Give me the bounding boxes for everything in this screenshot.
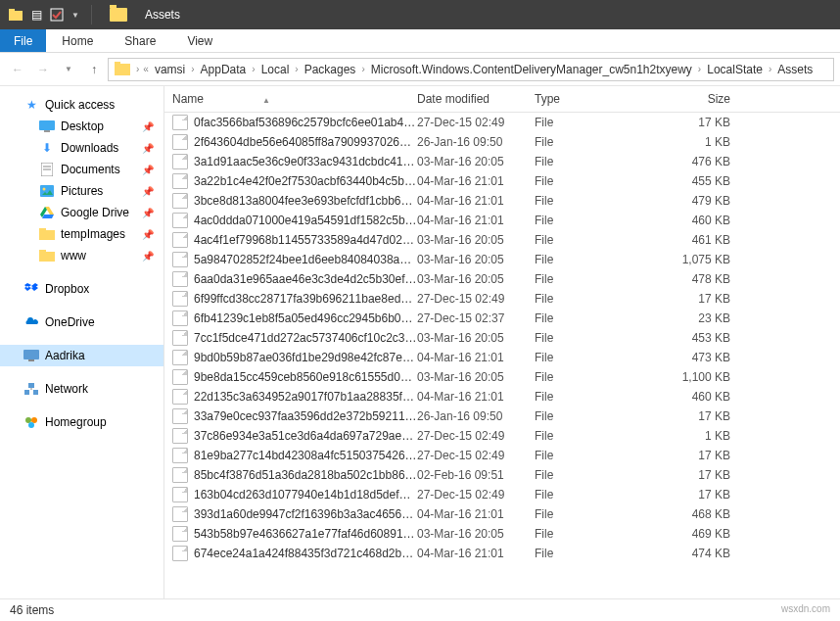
sidebar-documents[interactable]: Documents📌 (0, 159, 163, 180)
table-row[interactable]: 4ac0ddda071000e419a54591df1582c5b25...04… (164, 211, 840, 230)
table-row[interactable]: 3a1d91aac5e36c9e0f33ac9431dcbdc41c1...03… (164, 152, 840, 171)
chevron-icon[interactable]: › (293, 64, 300, 74)
file-name: 543b58b97e4636627a1e77faf46d60891e35... (194, 527, 417, 541)
tab-home[interactable]: Home (46, 29, 109, 52)
table-row[interactable]: 37c86e934e3a51ce3d6a4da697a729ae4de...27… (164, 426, 840, 446)
chevron-icon[interactable]: › (767, 64, 773, 74)
table-row[interactable]: 9be8da15cc459ceb8560e918c61555d0291...03… (164, 367, 840, 387)
qat-properties-icon[interactable]: ▤ (31, 8, 42, 22)
file-name: 22d135c3a634952a9017f07b1aa28835fc6b... (194, 390, 417, 404)
table-row[interactable]: 6f99ffcd38cc28717fa39b696211bae8ed6c...2… (164, 289, 840, 309)
svg-point-9 (43, 188, 46, 191)
sidebar-pictures[interactable]: Pictures📌 (0, 180, 163, 202)
sidebar-desktop[interactable]: Desktop📌 (0, 116, 163, 137)
table-row[interactable]: 393d1a60de9947cf2f16396b3a3ac4656986...0… (164, 504, 840, 524)
forward-button[interactable]: → (31, 58, 55, 81)
back-button[interactable]: ← (6, 58, 29, 81)
breadcrumb[interactable]: vamsi (151, 63, 189, 76)
table-row[interactable]: 3a22b1c4e42f0e2f7530acbf63440b4c5b97...0… (164, 171, 840, 191)
table-row[interactable]: 22d135c3a634952a9017f07b1aa28835fc6b...0… (164, 387, 840, 406)
breadcrumb[interactable]: LocalState (703, 63, 767, 76)
table-row[interactable]: 9bd0b59b87ae036fd1be29d98e42fc87ee9...04… (164, 348, 840, 367)
table-row[interactable]: 6fb41239c1eb8f5a05ed496cc2945b6b05e9...2… (164, 309, 840, 328)
qat-dropdown-icon[interactable]: ▼ (71, 11, 79, 20)
sidebar-network[interactable]: Network (0, 378, 163, 400)
sidebar-item-label: Aadrika (45, 349, 85, 362)
recent-dropdown[interactable]: ▼ (57, 58, 80, 81)
sidebar-item-label: Downloads (61, 141, 118, 155)
chevron-icon[interactable]: › (189, 64, 196, 74)
breadcrumb[interactable]: AppData (197, 63, 251, 76)
table-row[interactable]: 543b58b97e4636627a1e77faf46d60891e35...0… (164, 524, 840, 544)
table-row[interactable]: 674ece24a1a424f88435f3d721c468d2b5f1...0… (164, 544, 840, 563)
column-header-type[interactable]: Type (535, 92, 652, 106)
svg-rect-3 (39, 120, 55, 130)
file-icon (172, 369, 188, 385)
breadcrumb[interactable]: Assets (773, 63, 817, 76)
file-list-pane: Name▲ Date modified Type Size 0fac3566ba… (164, 86, 840, 598)
file-name: 3a1d91aac5e36c9e0f33ac9431dcbdc41c1... (194, 155, 417, 168)
address-bar[interactable]: › « vamsi› AppData› Local› Packages› Mic… (108, 58, 834, 81)
tab-share[interactable]: Share (109, 29, 171, 52)
up-button[interactable]: ↑ (82, 58, 106, 81)
file-date: 27-Dec-15 02:49 (417, 292, 535, 306)
tab-file[interactable]: File (0, 29, 46, 52)
chevron-icon[interactable]: › (359, 64, 366, 74)
file-size: 17 KB (652, 449, 730, 462)
file-type: File (535, 507, 652, 521)
table-row[interactable]: 0fac3566baf536896c2579bcfc6ee01ab443...2… (164, 113, 840, 132)
chevron-icon[interactable]: « (141, 64, 151, 74)
chevron-icon[interactable]: › (250, 64, 257, 74)
table-row[interactable]: 81e9ba277c14bd42308a4fc5150375426709...2… (164, 446, 840, 465)
table-row[interactable]: 33a79e0cec937faa3596dd2e372b59211114...2… (164, 406, 840, 426)
table-row[interactable]: 6aa0da31e965aae46e3c3de4d2c5b30efd8...03… (164, 269, 840, 289)
column-header-size[interactable]: Size (652, 92, 730, 106)
file-size: 1 KB (652, 135, 730, 149)
pin-icon: 📌 (142, 165, 154, 175)
table-row[interactable]: 2f643604dbe56e64085ff8a7909937026763...2… (164, 132, 840, 152)
svg-rect-14 (23, 350, 39, 359)
file-rows: 0fac3566baf536896c2579bcfc6ee01ab443...2… (164, 113, 840, 598)
file-icon (172, 232, 188, 248)
table-row[interactable]: 163b04cd263d1077940e14b1d18d5def4db...27… (164, 485, 840, 504)
chevron-icon[interactable]: › (696, 64, 703, 74)
sidebar-item-label: Pictures (61, 184, 103, 198)
sidebar-onedrive[interactable]: OneDrive (0, 311, 163, 333)
navigation-bar: ← → ▼ ↑ › « vamsi› AppData› Local› Packa… (0, 53, 840, 86)
folder-icon (39, 248, 55, 263)
file-date: 03-Mar-16 20:05 (417, 155, 535, 168)
sidebar-homegroup[interactable]: Homegroup (0, 411, 163, 433)
pictures-icon (39, 183, 55, 199)
sidebar-aadrika[interactable]: Aadrika (0, 345, 163, 366)
table-row[interactable]: 85bc4f3876d51a36da2818ba502c1bb867e...02… (164, 465, 840, 485)
file-date: 27-Dec-15 02:49 (417, 449, 535, 462)
sidebar-tempimages[interactable]: tempImages📌 (0, 223, 163, 245)
sidebar-item-label: www (61, 249, 86, 263)
column-header-name[interactable]: Name▲ (172, 92, 417, 106)
sidebar-quick-access[interactable]: ★ Quick access (0, 94, 163, 116)
table-row[interactable]: 3bce8d813a8004fee3e693befcfdf1cbb6e3...0… (164, 191, 840, 211)
file-name: 674ece24a1a424f88435f3d721c468d2b5f1... (194, 547, 417, 560)
chevron-icon[interactable]: › (134, 64, 141, 74)
sidebar-downloads[interactable]: ⬇ Downloads📌 (0, 137, 163, 159)
breadcrumb[interactable]: Packages (301, 63, 360, 76)
qat-checkbox-icon[interactable] (50, 8, 64, 22)
file-name: 3bce8d813a8004fee3e693befcfdf1cbb6e3... (194, 194, 417, 208)
tab-view[interactable]: View (171, 29, 228, 52)
file-icon (172, 310, 188, 326)
svg-point-20 (25, 417, 31, 423)
sidebar-www[interactable]: www📌 (0, 245, 163, 266)
table-row[interactable]: 5a984702852f24bee1d6eeb84084038a0c5e...0… (164, 250, 840, 269)
sidebar-google-drive[interactable]: Google Drive📌 (0, 202, 163, 223)
column-header-date[interactable]: Date modified (417, 92, 535, 106)
breadcrumb[interactable]: Microsoft.Windows.ContentDeliveryManager… (367, 63, 696, 76)
table-row[interactable]: 4ac4f1ef79968b11455733589a4d47d0283b...0… (164, 230, 840, 250)
file-size: 461 KB (652, 233, 730, 247)
file-type: File (535, 135, 652, 149)
breadcrumb[interactable]: Local (257, 63, 294, 76)
sidebar-item-label: Desktop (61, 119, 104, 133)
file-icon (172, 448, 188, 463)
table-row[interactable]: 7cc1f5dce471dd272ac5737406cf10c2c3d1...0… (164, 328, 840, 348)
pin-icon: 📌 (142, 143, 154, 154)
sidebar-dropbox[interactable]: Dropbox (0, 278, 163, 300)
